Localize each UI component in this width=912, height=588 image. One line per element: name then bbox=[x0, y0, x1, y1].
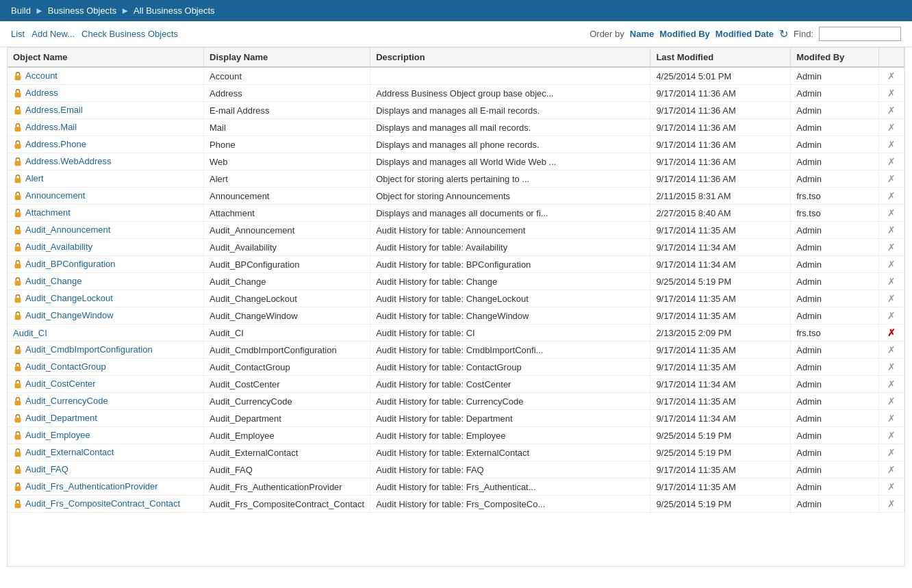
delete-button[interactable]: ✗ bbox=[885, 139, 898, 150]
svg-rect-12 bbox=[15, 281, 21, 285]
refresh-button[interactable]: ↻ bbox=[779, 27, 788, 40]
check-business-objects-link[interactable]: Check Business Objects bbox=[81, 29, 178, 39]
table-row: Audit_ChangeWindowAudit_ChangeWindowAudi… bbox=[8, 307, 904, 324]
modified-by: Admin bbox=[791, 222, 879, 239]
object-name-link[interactable]: Audit_Frs_CompositeContract_Contact bbox=[25, 498, 180, 509]
object-name-link[interactable]: Audit_CmdbImportConfiguration bbox=[25, 344, 153, 355]
description: Audit History for table: ContactGroup bbox=[370, 359, 650, 376]
object-name-link[interactable]: Audit_CurrencyCode bbox=[25, 396, 108, 406]
description: Audit History for table: Change bbox=[370, 273, 650, 290]
delete-button[interactable]: ✗ bbox=[885, 310, 898, 321]
lock-icon bbox=[13, 259, 23, 269]
object-name-link[interactable]: Address.WebAddress bbox=[25, 156, 112, 166]
delete-button[interactable]: ✗ bbox=[885, 379, 898, 389]
top-bar: Build ► Business Objects ► All Business … bbox=[0, 0, 912, 21]
find-input[interactable] bbox=[819, 27, 901, 41]
table-row: Address.PhonePhoneDisplays and manages a… bbox=[8, 136, 904, 153]
modified-by: Admin bbox=[791, 119, 879, 136]
object-name-link[interactable]: Address.Phone bbox=[25, 139, 86, 149]
lock-icon bbox=[13, 225, 23, 235]
breadcrumb-build[interactable]: Build bbox=[11, 5, 31, 16]
delete-button[interactable]: ✗ bbox=[885, 242, 898, 253]
delete-button[interactable]: ✗ bbox=[885, 276, 898, 287]
order-by-modified-date[interactable]: Modified Date bbox=[715, 29, 774, 39]
svg-rect-16 bbox=[15, 366, 21, 371]
last-modified: 4/25/2014 5:01 PM bbox=[650, 67, 791, 85]
display-name: Alert bbox=[204, 170, 370, 188]
delete-button[interactable]: ✗ bbox=[885, 71, 898, 81]
delete-button[interactable]: ✗ bbox=[885, 498, 898, 509]
delete-button[interactable]: ✗ bbox=[885, 413, 898, 424]
list-link[interactable]: List bbox=[11, 29, 25, 39]
svg-rect-13 bbox=[15, 298, 21, 303]
table-row: Address.MailMailDisplays and manages all… bbox=[8, 119, 904, 136]
object-name-link[interactable]: Attachment bbox=[25, 207, 71, 218]
lock-icon bbox=[13, 157, 23, 166]
object-name-link[interactable]: Audit_Announcement bbox=[25, 225, 110, 235]
delete-button[interactable]: ✗ bbox=[885, 259, 898, 270]
table-row: Audit_ContactGroupAudit_ContactGroupAudi… bbox=[8, 359, 904, 376]
modified-by: Admin bbox=[791, 239, 879, 256]
table-row: Address.WebAddressWebDisplays and manage… bbox=[8, 153, 904, 170]
description: Audit History for table: FAQ bbox=[370, 461, 650, 478]
business-objects-table: Object Name Display Name Description Las… bbox=[8, 48, 904, 513]
object-name-link[interactable]: Audit_ChangeLockout bbox=[25, 293, 113, 303]
delete-button[interactable]: ✗ bbox=[885, 447, 898, 458]
modified-by: Admin bbox=[791, 85, 879, 102]
object-name-link[interactable]: Audit_Department bbox=[25, 413, 97, 423]
object-name-link[interactable]: Audit_FAQ bbox=[25, 464, 68, 474]
delete-button[interactable]: ✗ bbox=[885, 207, 898, 218]
last-modified: 9/17/2014 11:34 AM bbox=[650, 410, 791, 427]
table-row: Audit_ChangeLockoutAudit_ChangeLockoutAu… bbox=[8, 290, 904, 307]
delete-button[interactable]: ✗ bbox=[885, 105, 898, 116]
object-name-link[interactable]: Address.Email bbox=[25, 105, 83, 115]
object-name-link[interactable]: Audit_ContactGroup bbox=[25, 361, 106, 372]
modified-by: Admin bbox=[791, 461, 879, 478]
add-new-link[interactable]: Add New... bbox=[31, 29, 75, 39]
object-name-link[interactable]: Audit_ChangeWindow bbox=[25, 310, 114, 320]
description: Audit History for table: BPConfiguration bbox=[370, 256, 650, 273]
delete-button[interactable]: ✗ bbox=[885, 173, 898, 184]
modified-by: Admin bbox=[791, 478, 879, 496]
display-name: Audit_CmdbImportConfiguration bbox=[204, 342, 370, 359]
object-name-link[interactable]: Alert bbox=[25, 173, 44, 183]
object-name-link[interactable]: Announcement bbox=[25, 190, 85, 201]
modified-by: Admin bbox=[791, 170, 879, 188]
delete-button[interactable]: ✗ bbox=[885, 122, 898, 133]
object-name-link[interactable]: Audit_CI bbox=[13, 328, 47, 338]
object-name-link[interactable]: Account bbox=[25, 71, 58, 81]
svg-rect-6 bbox=[15, 178, 21, 183]
delete-button[interactable]: ✗ bbox=[885, 88, 898, 99]
modified-by: Admin bbox=[791, 393, 879, 410]
last-modified: 9/17/2014 11:34 AM bbox=[650, 256, 791, 273]
delete-button[interactable]: ✗ bbox=[885, 225, 898, 235]
svg-rect-8 bbox=[15, 212, 21, 217]
order-by-name[interactable]: Name bbox=[630, 29, 654, 39]
order-by-modified-by[interactable]: Modified By bbox=[659, 29, 710, 39]
delete-button[interactable]: ✗ bbox=[885, 293, 898, 304]
delete-button[interactable]: ✗ bbox=[885, 361, 898, 372]
lock-icon bbox=[13, 208, 23, 218]
description: Address Business Object group base objec… bbox=[370, 85, 650, 102]
object-name-link[interactable]: Audit_BPConfiguration bbox=[25, 259, 116, 269]
delete-button[interactable]: ✗ bbox=[885, 430, 898, 441]
object-name-link[interactable]: Audit_Change bbox=[25, 276, 81, 286]
delete-button[interactable]: ✗ bbox=[885, 344, 898, 355]
object-name-link[interactable]: Audit_Employee bbox=[25, 430, 90, 440]
delete-button[interactable]: ✗ bbox=[885, 396, 898, 407]
object-name-link[interactable]: Address.Mail bbox=[25, 122, 77, 132]
object-name-link[interactable]: Audit_Frs_AuthenticationProvider bbox=[25, 481, 158, 491]
object-name-link[interactable]: Audit_CostCenter bbox=[25, 379, 96, 389]
object-name-link[interactable]: Audit_ExternalContact bbox=[25, 447, 114, 457]
object-name-link[interactable]: Audit_Availability bbox=[25, 242, 92, 252]
table-row: Audit_FAQAudit_FAQAudit History for tabl… bbox=[8, 461, 904, 478]
breadcrumb-business-objects[interactable]: Business Objects bbox=[48, 5, 116, 16]
delete-button[interactable]: ✗ bbox=[885, 481, 898, 492]
description: Audit History for table: CostCenter bbox=[370, 376, 650, 393]
description: Audit History for table: ExternalContact bbox=[370, 444, 650, 461]
object-name-link[interactable]: Address bbox=[25, 88, 58, 98]
delete-button[interactable]: ✗ bbox=[885, 156, 898, 167]
delete-button[interactable]: ✗ bbox=[885, 190, 898, 201]
delete-button[interactable]: ✗ bbox=[885, 464, 898, 475]
delete-button[interactable]: ✗ bbox=[885, 327, 898, 338]
